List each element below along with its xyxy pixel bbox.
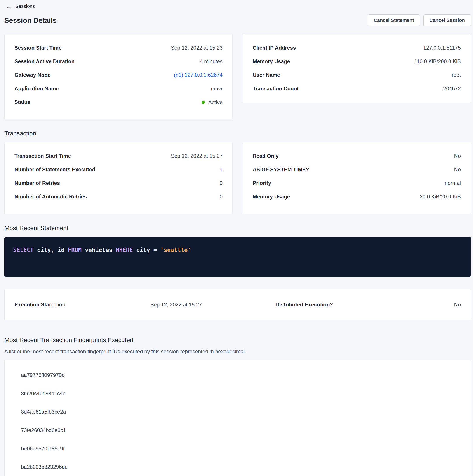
- sql-statement-box: SELECT city, id FROM vehicles WHERE city…: [4, 237, 471, 277]
- sql-string-literal: 'seattle': [160, 247, 191, 253]
- row-value: 127.0.0.1:51175: [423, 44, 461, 52]
- row-label: Transaction Start Time: [15, 152, 71, 160]
- row-label: User Name: [253, 71, 280, 79]
- breadcrumb-sessions-link[interactable]: Sessions: [15, 3, 35, 9]
- gateway-node-link[interactable]: (n1) 127.0.0.1:62674: [174, 72, 223, 78]
- sql-keyword: FROM: [68, 247, 82, 253]
- fingerprint-list-item: be06e9570f785c9f: [21, 444, 461, 453]
- back-arrow-icon: ←: [6, 3, 12, 9]
- transaction-card-right: Read Only No AS OF SYSTEM TIME? No Prior…: [243, 142, 471, 214]
- status-row: Status Active: [15, 98, 223, 106]
- sql-keyword: WHERE: [116, 247, 133, 253]
- session-info-card-right: Client IP Address 127.0.0.1:51175 Memory…: [243, 34, 471, 103]
- application-name-row: Application Name movr: [15, 85, 223, 93]
- page-title: Session Details: [4, 17, 57, 24]
- row-value: Sep 12, 2022 at 15:23: [171, 44, 223, 52]
- session-details-page: ← Sessions Session Details Cancel Statem…: [0, 0, 473, 476]
- execution-start-time-row: Execution Start Time Sep 12, 2022 at 15:…: [15, 301, 202, 309]
- sql-text: city, id: [34, 247, 68, 253]
- row-label: Number of Retries: [15, 179, 60, 187]
- transaction-count-row: Transaction Count 204572: [253, 85, 461, 93]
- row-value: 1: [220, 165, 223, 174]
- sql-text: vehicles: [82, 247, 116, 253]
- row-label: Client IP Address: [253, 44, 296, 52]
- fingerprint-list-item: 73fe26034bd6e6c1: [21, 426, 461, 434]
- session-summary-row: Session Start Time Sep 12, 2022 at 15:23…: [4, 34, 471, 119]
- retries-row: Number of Retries 0: [15, 179, 223, 187]
- row-label: AS OF SYSTEM TIME?: [253, 165, 309, 174]
- fingerprints-card: aa79775ff097970c 8f920c40d88b1c4e 8d4ae6…: [4, 360, 471, 476]
- sql-keyword: SELECT: [13, 247, 34, 253]
- row-value: No: [454, 152, 461, 160]
- row-value: 0: [220, 179, 223, 187]
- cancel-session-button[interactable]: Cancel Session: [423, 15, 471, 26]
- row-value: Sep 12, 2022 at 15:27: [171, 152, 223, 160]
- row-label: Memory Usage: [253, 192, 290, 201]
- row-label: Transaction Count: [253, 85, 299, 93]
- distributed-execution-row: Distributed Execution? No: [276, 301, 461, 309]
- row-label: Application Name: [15, 85, 59, 93]
- statements-executed-row: Number of Statements Executed 1: [15, 165, 223, 174]
- cancel-statement-button[interactable]: Cancel Statement: [368, 15, 420, 26]
- sql-statement: SELECT city, id FROM vehicles WHERE city…: [13, 247, 191, 253]
- memory-usage-row: Memory Usage 110.0 KiB/200.0 KiB: [253, 57, 461, 66]
- row-label: Number of Statements Executed: [15, 165, 95, 174]
- row-label: Priority: [253, 179, 271, 187]
- row-label: Session Active Duration: [15, 57, 75, 66]
- client-ip-row: Client IP Address 127.0.0.1:51175: [253, 44, 461, 52]
- row-value: 0: [220, 192, 223, 201]
- user-name-row: User Name root: [253, 71, 461, 79]
- gateway-node-row: Gateway Node (n1) 127.0.0.1:62674: [15, 71, 223, 79]
- row-value: No: [454, 165, 461, 174]
- execution-card: Execution Start Time Sep 12, 2022 at 15:…: [4, 289, 471, 321]
- fingerprint-list-item: 8d4ae61a5fb3ce2a: [21, 408, 461, 416]
- fingerprints-section-heading: Most Recent Transaction Fingerprints Exe…: [4, 337, 471, 344]
- priority-row: Priority normal: [253, 179, 461, 187]
- row-value: root: [452, 71, 461, 79]
- row-label: Read Only: [253, 152, 279, 160]
- as-of-system-time-row: AS OF SYSTEM TIME? No: [253, 165, 461, 174]
- breadcrumb[interactable]: ← Sessions: [4, 3, 471, 10]
- fingerprint-list-item: aa79775ff097970c: [21, 371, 461, 379]
- row-label: Execution Start Time: [15, 301, 66, 309]
- row-value: movr: [211, 85, 223, 93]
- sql-text: city =: [133, 247, 160, 253]
- row-value: 110.0 KiB/200.0 KiB: [414, 57, 461, 66]
- status-active-dot-icon: [201, 101, 205, 104]
- statement-section-heading: Most Recent Statement: [4, 225, 471, 232]
- fingerprint-list-item: ba2b203b823296de: [21, 463, 461, 471]
- row-value: 20.0 KiB/20.0 KiB: [420, 192, 461, 201]
- transaction-start-time-row: Transaction Start Time Sep 12, 2022 at 1…: [15, 152, 223, 160]
- read-only-row: Read Only No: [253, 152, 461, 160]
- status-badge: Active: [208, 98, 223, 106]
- row-label: Session Start Time: [15, 44, 62, 52]
- session-info-card-left: Session Start Time Sep 12, 2022 at 15:23…: [4, 34, 233, 119]
- automatic-retries-row: Number of Automatic Retries 0: [15, 192, 223, 201]
- row-value: No: [454, 301, 461, 309]
- transaction-row: Transaction Start Time Sep 12, 2022 at 1…: [4, 142, 471, 214]
- transaction-card-left: Transaction Start Time Sep 12, 2022 at 1…: [4, 142, 233, 214]
- txn-memory-usage-row: Memory Usage 20.0 KiB/20.0 KiB: [253, 192, 461, 201]
- fingerprints-description: A list of the most recent transaction fi…: [4, 348, 471, 355]
- row-value: Sep 12, 2022 at 15:27: [150, 301, 202, 309]
- session-start-time-row: Session Start Time Sep 12, 2022 at 15:23: [15, 44, 223, 52]
- title-row: Session Details Cancel Statement Cancel …: [4, 15, 471, 26]
- row-value: 4 minutes: [200, 57, 223, 66]
- action-buttons: Cancel Statement Cancel Session: [368, 15, 471, 26]
- row-label: Status: [15, 98, 30, 106]
- row-label: Number of Automatic Retries: [15, 192, 87, 201]
- row-value: normal: [445, 179, 461, 187]
- row-label: Distributed Execution?: [276, 301, 333, 309]
- row-label: Memory Usage: [253, 57, 290, 66]
- session-active-duration-row: Session Active Duration 4 minutes: [15, 57, 223, 66]
- row-value: 204572: [443, 85, 461, 93]
- row-label: Gateway Node: [15, 71, 50, 79]
- fingerprint-list-item: 8f920c40d88b1c4e: [21, 389, 461, 398]
- transaction-section-heading: Transaction: [4, 130, 471, 137]
